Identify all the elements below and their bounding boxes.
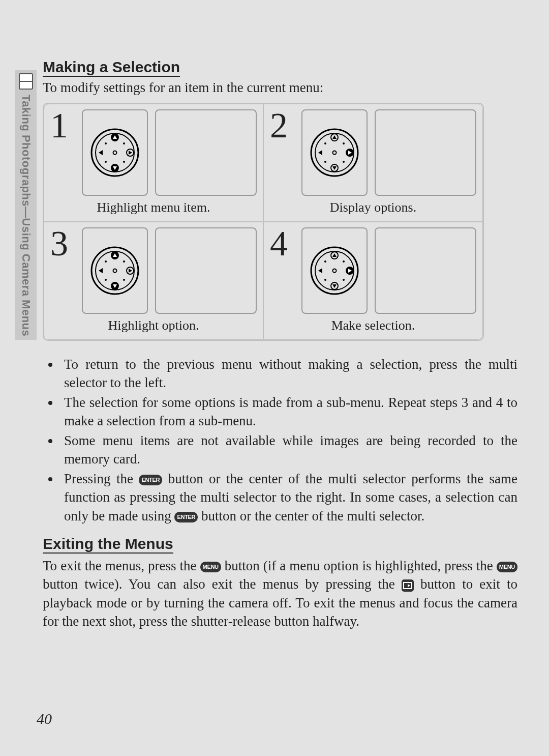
screen-placeholder xyxy=(375,227,476,314)
multi-selector-diagram xyxy=(82,227,148,314)
step-caption: Highlight menu item. xyxy=(97,200,210,215)
playback-button-icon xyxy=(402,579,414,592)
svg-point-3 xyxy=(105,142,107,144)
menu-button-icon: MENU xyxy=(200,562,221,572)
heading-making-selection: Making a Selection xyxy=(43,59,180,77)
svg-point-33 xyxy=(105,279,107,281)
steps-grid: 1 Highlight menu item. 2 xyxy=(43,103,484,341)
svg-point-19 xyxy=(324,161,326,163)
list-item: Some menu items are not available while … xyxy=(60,431,517,469)
svg-point-20 xyxy=(343,161,345,163)
svg-marker-39 xyxy=(99,268,103,273)
svg-point-48 xyxy=(343,279,345,281)
multi-selector-diagram xyxy=(301,227,368,314)
list-item: Pressing the ENTER button or the center … xyxy=(60,470,517,525)
enter-button-icon: ENTER xyxy=(139,475,162,485)
svg-point-46 xyxy=(343,260,345,263)
svg-point-30 xyxy=(113,269,117,273)
step-cell: 3 Highlight option. xyxy=(44,222,263,340)
svg-marker-22 xyxy=(332,135,337,139)
svg-marker-53 xyxy=(318,268,322,273)
svg-point-16 xyxy=(333,151,337,155)
svg-marker-41 xyxy=(129,269,132,273)
multi-selector-diagram xyxy=(82,109,148,196)
svg-point-6 xyxy=(123,161,125,163)
list-item: To return to the previous menu without m… xyxy=(60,355,517,392)
svg-marker-13 xyxy=(129,151,132,155)
screen-placeholder xyxy=(375,109,476,196)
intro-text: To modify settings for an item in the cu… xyxy=(43,80,521,96)
step-cell: 1 Highlight menu item. xyxy=(44,104,263,222)
bullet-list: To return to the previous menu without m… xyxy=(60,355,517,525)
page-content: Making a Selection To modify settings fo… xyxy=(14,59,535,631)
step-number: 4 xyxy=(270,227,294,259)
svg-point-32 xyxy=(123,260,125,263)
page-number: 40 xyxy=(37,710,52,728)
enter-button-icon: ENTER xyxy=(174,512,198,522)
svg-point-44 xyxy=(333,269,337,273)
step-caption: Highlight option. xyxy=(108,318,199,333)
list-item: The selection for some options is made f… xyxy=(60,393,517,430)
svg-point-45 xyxy=(324,260,326,263)
menu-button-icon: MENU xyxy=(497,562,517,572)
multi-selector-diagram xyxy=(301,109,368,196)
step-cell: 2 Display options. xyxy=(263,104,483,222)
step-number: 3 xyxy=(50,227,75,259)
svg-marker-52 xyxy=(332,284,337,288)
svg-point-47 xyxy=(324,279,326,281)
svg-point-34 xyxy=(123,279,125,281)
heading-exiting-menus: Exiting the Menus xyxy=(43,535,173,554)
step-caption: Make selection. xyxy=(331,318,415,333)
svg-marker-24 xyxy=(332,166,337,170)
svg-point-17 xyxy=(324,142,326,144)
svg-marker-50 xyxy=(332,253,337,257)
svg-point-31 xyxy=(105,260,107,263)
exit-body-text: To exit the menus, press the MENU button… xyxy=(43,557,517,631)
svg-point-4 xyxy=(123,142,125,144)
step-caption: Display options. xyxy=(330,200,416,215)
screen-placeholder xyxy=(155,109,257,196)
step-number: 1 xyxy=(50,109,75,141)
svg-point-5 xyxy=(105,161,107,163)
step-cell: 4 Make selection. xyxy=(263,222,483,340)
svg-point-2 xyxy=(113,151,117,155)
step-number: 2 xyxy=(270,109,294,141)
svg-marker-25 xyxy=(318,150,322,155)
svg-marker-11 xyxy=(99,150,103,155)
screen-placeholder xyxy=(155,227,257,314)
svg-point-18 xyxy=(343,142,345,144)
